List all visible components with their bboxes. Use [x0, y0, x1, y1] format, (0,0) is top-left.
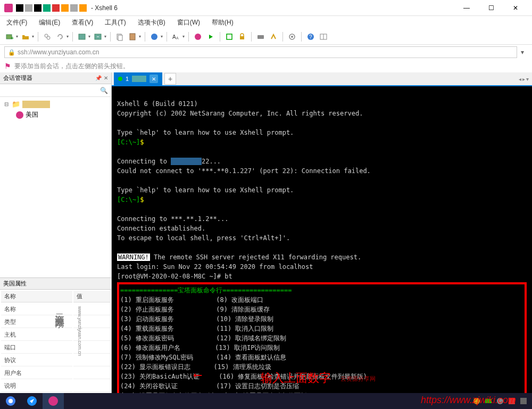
tab-next-icon[interactable]: ▸	[522, 76, 525, 82]
terminal[interactable]: Xshell 6 (Build 0121) Copyright (c) 2002…	[112, 86, 532, 393]
svg-point-28	[497, 398, 503, 404]
svg-rect-4	[79, 34, 85, 39]
svg-point-23	[9, 399, 13, 403]
tree-root-label: xx	[22, 101, 50, 108]
svg-rect-27	[485, 399, 492, 403]
table-row: 类型	[1, 316, 110, 328]
table-row: 用户名	[1, 367, 110, 379]
svg-point-3	[47, 36, 50, 39]
help-button[interactable]: ?	[305, 31, 316, 42]
table-row: 端口	[1, 342, 110, 354]
taskbar-xshell-icon[interactable]	[43, 393, 64, 409]
taskbar	[0, 393, 532, 409]
menu-file[interactable]: 文件(F)	[4, 17, 29, 28]
menu-help[interactable]: 帮助(H)	[210, 17, 236, 28]
svg-rect-8	[130, 34, 135, 40]
tray-icon[interactable]	[484, 397, 493, 405]
system-tray	[472, 397, 532, 405]
menu-edit[interactable]: 编辑(E)	[37, 17, 62, 28]
taskbar-chrome-icon[interactable]	[0, 393, 21, 409]
highlight-button[interactable]	[268, 31, 279, 42]
svg-text:?: ?	[309, 34, 312, 40]
close-button[interactable]: ✕	[503, 0, 528, 16]
reconnect-button[interactable]	[55, 31, 65, 42]
svg-rect-13	[227, 34, 232, 39]
svg-point-25	[48, 396, 58, 406]
transfer-button[interactable]	[77, 31, 87, 42]
tab-list-icon[interactable]: ▾	[526, 76, 529, 82]
svg-rect-15	[257, 35, 264, 39]
title-marks	[16, 4, 87, 12]
bt-menu-box: ===============宝塔面板命令行==================…	[117, 282, 527, 393]
properties-header: 美国属性	[0, 278, 111, 290]
menubar: 文件(F) 编辑(E) 查看(V) 工具(T) 选项卡(B) 窗口(W) 帮助(…	[0, 16, 532, 29]
search-icon[interactable]: 🔍	[100, 87, 108, 94]
svg-text:+: +	[11, 35, 14, 41]
collapse-icon[interactable]: ⊟	[4, 101, 10, 107]
tray-icon[interactable]	[519, 397, 528, 405]
menu-window[interactable]: 窗口(W)	[175, 17, 202, 28]
font-button[interactable]: AA	[171, 31, 181, 42]
session-search-row: 🔍	[0, 84, 111, 97]
svg-text:A: A	[176, 36, 179, 40]
app-icon	[4, 4, 13, 12]
tree-child-node[interactable]: 美国	[2, 109, 109, 120]
transfer2-button[interactable]	[93, 31, 103, 42]
address-dropdown[interactable]: ▾	[517, 48, 528, 56]
props-col-name: 名称	[1, 291, 72, 302]
svg-rect-14	[240, 36, 244, 39]
tree-child-label: 美国	[26, 110, 38, 119]
tree-root-node[interactable]: ⊟ 📁 xx	[2, 99, 109, 109]
sidebar: 会话管理器 📌 ✕ 🔍 ⊟ 📁 xx 美国 美国属性	[0, 72, 112, 393]
tip-bar: ⚑ 要添加当前会话，点击左侧的箭头按钮。	[0, 60, 532, 72]
tab-close-icon[interactable]: ✕	[149, 75, 158, 83]
session-panel-header: 会话管理器 📌 ✕	[0, 72, 111, 84]
tray-icon[interactable]	[472, 397, 481, 405]
link-button[interactable]	[42, 31, 53, 42]
tabstrip: 1 xx ✕ + ◂ ▸ ▾	[112, 72, 532, 86]
paste-button[interactable]	[127, 31, 138, 42]
settings-button[interactable]	[287, 31, 297, 42]
session-icon	[16, 111, 23, 119]
keyboard-button[interactable]	[255, 31, 266, 42]
properties-table: 名称值 名称 类型 主机 端口 协议 用户名 说明	[0, 290, 111, 393]
lock-icon: 🔒	[8, 49, 15, 56]
tab-prev-icon[interactable]: ◂	[519, 76, 521, 82]
table-row: 说明	[1, 380, 110, 392]
menu-tools[interactable]: 工具(T)	[103, 17, 128, 28]
menu-view[interactable]: 查看(V)	[70, 17, 95, 28]
record-button[interactable]	[193, 31, 203, 42]
minimize-button[interactable]: —	[454, 0, 479, 16]
content-area: 1 xx ✕ + ◂ ▸ ▾ Xshell 6 (Build 0121) Cop…	[112, 72, 532, 393]
table-row: 协议	[1, 355, 110, 366]
svg-rect-7	[118, 35, 122, 40]
svg-rect-30	[520, 398, 527, 404]
pin-icon[interactable]: 📌	[95, 75, 102, 81]
window-title: - Xshell 6	[91, 4, 118, 12]
properties-title: 美国属性	[3, 280, 27, 288]
globe-button[interactable]	[149, 31, 160, 42]
toolbar: +▾ ▾ ▾ ▾ ▾ ▾ ▾ AA▾ ?	[0, 29, 532, 45]
play-button[interactable]	[205, 31, 216, 42]
fullscreen-button[interactable]	[224, 31, 235, 42]
maximize-button[interactable]: ☐	[479, 0, 503, 16]
properties-panel: 美国属性 名称值 名称 类型 主机 端口 协议 用户名 说明	[0, 277, 111, 393]
session-tab[interactable]: 1 xx ✕	[114, 72, 162, 85]
taskbar-app2-icon[interactable]	[21, 393, 43, 409]
new-session-button[interactable]: +	[4, 31, 15, 42]
open-button[interactable]	[20, 31, 31, 42]
add-tab-button[interactable]: +	[164, 73, 176, 85]
address-input[interactable]: 🔒 ssh:// www.yunziyuan.com.cn	[4, 46, 517, 58]
lock-button[interactable]	[237, 31, 247, 42]
tray-icon[interactable]	[508, 397, 516, 405]
copy-button[interactable]	[114, 31, 125, 42]
svg-point-12	[195, 34, 201, 40]
folder-icon: 📁	[12, 100, 20, 108]
menu-tabs[interactable]: 选项卡(B)	[136, 17, 168, 28]
address-protocol: ssh://	[18, 48, 33, 56]
tray-icon[interactable]	[496, 397, 504, 405]
svg-point-9	[151, 34, 157, 40]
panel-close-icon[interactable]: ✕	[104, 75, 108, 81]
layout-button[interactable]	[318, 31, 329, 42]
flag-icon: ⚑	[4, 62, 11, 70]
